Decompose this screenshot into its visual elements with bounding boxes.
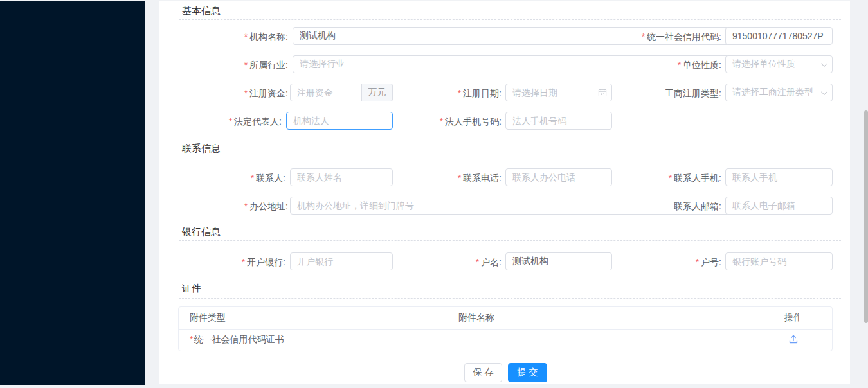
attachments-table: 附件类型 附件名称 操作 *统一社会信用代码证书 [178, 306, 833, 351]
credit-code-input[interactable] [725, 27, 833, 45]
app-window: 基本信息 *机构名称: *统一社会信用代码: *所属行业: 请选择行业 *单位性… [0, 0, 868, 388]
form-panel: 基本信息 *机构名称: *统一社会信用代码: *所属行业: 请选择行业 *单位性… [159, 1, 850, 384]
contact-mobile-input[interactable] [725, 168, 833, 186]
section-title-basic: 基本信息 [182, 5, 221, 17]
office-addr-label: *办公地址: [159, 201, 288, 211]
bank-name-label: *开户银行: [159, 257, 285, 267]
submit-button[interactable]: 提 交 [508, 363, 547, 382]
attachments-table-header: 附件类型 附件名称 操作 [179, 307, 832, 330]
contact-email-label: 联系人邮箱: [558, 201, 721, 211]
unit-nature-label: *单位性质: [558, 60, 721, 70]
legal-mobile-label: *法人手机号码: [339, 116, 502, 127]
table-row: *统一社会信用代码证书 [179, 330, 832, 351]
biz-reg-type-select[interactable]: 请选择工商注册类型 [725, 84, 833, 101]
attachment-operation-cell [755, 334, 832, 346]
chevron-down-icon [821, 60, 827, 67]
header-attachment-type: 附件类型 [179, 312, 458, 324]
section-title-certificates: 证件 [182, 283, 201, 295]
attachment-type-cell: *统一社会信用代码证书 [179, 334, 458, 346]
section-title-bank: 银行信息 [182, 226, 221, 238]
org-name-label: *机构名称: [159, 31, 288, 42]
biz-reg-type-label: 工商注册类型: [558, 88, 721, 98]
legal-person-label: *法定代表人: [159, 116, 282, 127]
section-divider [179, 298, 841, 299]
unit-nature-select[interactable]: 请选择单位性质 [725, 55, 833, 73]
chevron-down-icon [821, 89, 827, 95]
section-divider [179, 157, 841, 157]
reg-capital-label: *注册资金: [159, 88, 288, 98]
section-divider [179, 240, 841, 241]
contact-email-input[interactable] [725, 197, 833, 215]
sidebar [0, 1, 145, 385]
credit-code-label: *统一社会信用代码: [558, 31, 721, 42]
account-no-input[interactable] [725, 252, 833, 270]
account-name-label: *户名: [339, 257, 502, 267]
contact-mobile-label: *联系人手机: [558, 173, 721, 183]
vertical-scrollbar[interactable] [864, 110, 868, 323]
upload-icon[interactable] [788, 334, 799, 344]
header-operation: 操作 [755, 312, 832, 324]
reg-date-label: *注册日期: [339, 88, 502, 98]
header-attachment-name: 附件名称 [458, 312, 755, 324]
industry-label: *所属行业: [159, 60, 288, 70]
save-button[interactable]: 保 存 [464, 363, 502, 382]
section-title-contact: 联系信息 [182, 143, 221, 155]
section-divider [179, 19, 841, 20]
legal-mobile-input[interactable] [505, 112, 612, 130]
contact-name-label: *联系人: [159, 173, 285, 183]
account-no-label: *户号: [558, 257, 721, 267]
contact-tel-label: *联系电话: [339, 173, 502, 183]
